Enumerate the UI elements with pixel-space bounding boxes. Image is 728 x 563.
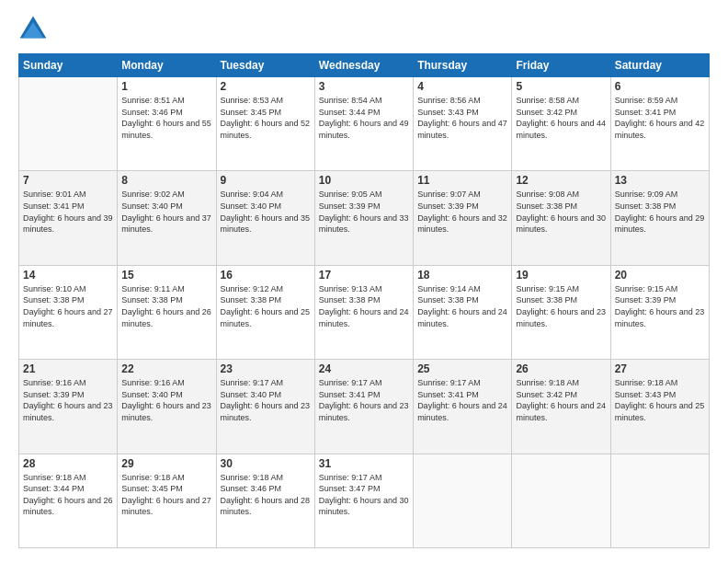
- day-info: Sunrise: 9:15 AMSunset: 3:38 PMDaylight:…: [516, 283, 606, 329]
- day-number: 3: [319, 80, 409, 93]
- weekday-header-tuesday: Tuesday: [216, 54, 314, 77]
- weekday-header-saturday: Saturday: [610, 54, 709, 77]
- day-info: Sunrise: 9:17 AMSunset: 3:41 PMDaylight:…: [417, 377, 507, 423]
- calendar-cell: 19Sunrise: 9:15 AMSunset: 3:38 PMDayligh…: [512, 265, 610, 359]
- calendar-cell: [19, 77, 118, 171]
- week-row-1: 1Sunrise: 8:51 AMSunset: 3:46 PMDaylight…: [19, 77, 710, 171]
- week-row-4: 21Sunrise: 9:16 AMSunset: 3:39 PMDayligh…: [19, 360, 710, 454]
- calendar-cell: 21Sunrise: 9:16 AMSunset: 3:39 PMDayligh…: [19, 360, 118, 454]
- day-info: Sunrise: 9:11 AMSunset: 3:38 PMDaylight:…: [121, 283, 211, 329]
- day-number: 1: [121, 80, 211, 93]
- calendar-cell: 26Sunrise: 9:18 AMSunset: 3:42 PMDayligh…: [512, 360, 610, 454]
- day-info: Sunrise: 9:09 AMSunset: 3:38 PMDaylight:…: [615, 189, 705, 235]
- calendar-cell: 22Sunrise: 9:16 AMSunset: 3:40 PMDayligh…: [118, 360, 216, 454]
- day-info: Sunrise: 9:12 AMSunset: 3:38 PMDaylight:…: [221, 283, 311, 329]
- day-info: Sunrise: 8:59 AMSunset: 3:41 PMDaylight:…: [615, 95, 705, 141]
- day-info: Sunrise: 9:17 AMSunset: 3:41 PMDaylight:…: [319, 377, 409, 423]
- day-number: 2: [221, 80, 311, 93]
- calendar-cell: 15Sunrise: 9:11 AMSunset: 3:38 PMDayligh…: [118, 265, 216, 359]
- day-number: 17: [319, 269, 409, 282]
- day-info: Sunrise: 9:18 AMSunset: 3:46 PMDaylight:…: [221, 472, 311, 518]
- day-info: Sunrise: 8:58 AMSunset: 3:42 PMDaylight:…: [516, 95, 606, 141]
- day-info: Sunrise: 8:56 AMSunset: 3:43 PMDaylight:…: [417, 95, 507, 141]
- day-number: 25: [417, 362, 507, 375]
- calendar-cell: 3Sunrise: 8:54 AMSunset: 3:44 PMDaylight…: [314, 77, 413, 171]
- calendar-cell: 23Sunrise: 9:17 AMSunset: 3:40 PMDayligh…: [216, 360, 314, 454]
- calendar-cell: 31Sunrise: 9:17 AMSunset: 3:47 PMDayligh…: [314, 454, 413, 547]
- day-info: Sunrise: 8:51 AMSunset: 3:46 PMDaylight:…: [121, 95, 211, 141]
- weekday-header-monday: Monday: [118, 54, 216, 77]
- day-info: Sunrise: 9:01 AMSunset: 3:41 PMDaylight:…: [23, 189, 113, 235]
- day-info: Sunrise: 9:18 AMSunset: 3:44 PMDaylight:…: [23, 472, 113, 518]
- day-number: 26: [516, 362, 606, 375]
- calendar-cell: 27Sunrise: 9:18 AMSunset: 3:43 PMDayligh…: [610, 360, 709, 454]
- weekday-header-row: SundayMondayTuesdayWednesdayThursdayFrid…: [19, 54, 710, 77]
- weekday-header-wednesday: Wednesday: [314, 54, 413, 77]
- day-info: Sunrise: 9:18 AMSunset: 3:45 PMDaylight:…: [121, 472, 211, 518]
- day-number: 15: [121, 269, 211, 282]
- calendar-cell: 5Sunrise: 8:58 AMSunset: 3:42 PMDaylight…: [512, 77, 610, 171]
- day-number: 8: [121, 174, 211, 187]
- calendar-cell: 13Sunrise: 9:09 AMSunset: 3:38 PMDayligh…: [610, 171, 709, 265]
- calendar-cell: 17Sunrise: 9:13 AMSunset: 3:38 PMDayligh…: [314, 265, 413, 359]
- day-number: 31: [319, 457, 409, 470]
- header: [18, 15, 710, 44]
- day-number: 22: [121, 362, 211, 375]
- day-info: Sunrise: 9:07 AMSunset: 3:39 PMDaylight:…: [417, 189, 507, 235]
- day-number: 20: [615, 269, 705, 282]
- day-number: 14: [23, 269, 113, 282]
- day-number: 28: [23, 457, 113, 470]
- day-number: 10: [319, 174, 409, 187]
- calendar-cell: 4Sunrise: 8:56 AMSunset: 3:43 PMDaylight…: [414, 77, 512, 171]
- calendar-cell: [512, 454, 610, 547]
- week-row-5: 28Sunrise: 9:18 AMSunset: 3:44 PMDayligh…: [19, 454, 710, 547]
- calendar-cell: 18Sunrise: 9:14 AMSunset: 3:38 PMDayligh…: [414, 265, 512, 359]
- day-number: 12: [516, 174, 606, 187]
- logo: [18, 15, 53, 44]
- weekday-header-thursday: Thursday: [414, 54, 512, 77]
- calendar-cell: 14Sunrise: 9:10 AMSunset: 3:38 PMDayligh…: [19, 265, 118, 359]
- day-info: Sunrise: 9:17 AMSunset: 3:40 PMDaylight:…: [221, 377, 311, 423]
- day-number: 30: [221, 457, 311, 470]
- weekday-header-friday: Friday: [512, 54, 610, 77]
- day-info: Sunrise: 9:08 AMSunset: 3:38 PMDaylight:…: [516, 189, 606, 235]
- day-info: Sunrise: 9:05 AMSunset: 3:39 PMDaylight:…: [319, 189, 409, 235]
- day-number: 16: [221, 269, 311, 282]
- logo-icon: [18, 15, 48, 44]
- day-number: 5: [516, 80, 606, 93]
- day-number: 27: [615, 362, 705, 375]
- calendar-cell: 29Sunrise: 9:18 AMSunset: 3:45 PMDayligh…: [118, 454, 216, 547]
- calendar-cell: 11Sunrise: 9:07 AMSunset: 3:39 PMDayligh…: [414, 171, 512, 265]
- day-number: 18: [417, 269, 507, 282]
- calendar-cell: 2Sunrise: 8:53 AMSunset: 3:45 PMDaylight…: [216, 77, 314, 171]
- day-info: Sunrise: 9:18 AMSunset: 3:42 PMDaylight:…: [516, 377, 606, 423]
- calendar-cell: 28Sunrise: 9:18 AMSunset: 3:44 PMDayligh…: [19, 454, 118, 547]
- calendar-cell: 30Sunrise: 9:18 AMSunset: 3:46 PMDayligh…: [216, 454, 314, 547]
- calendar-cell: [610, 454, 709, 547]
- calendar-cell: 24Sunrise: 9:17 AMSunset: 3:41 PMDayligh…: [314, 360, 413, 454]
- calendar-cell: [414, 454, 512, 547]
- day-number: 9: [221, 174, 311, 187]
- day-number: 7: [23, 174, 113, 187]
- day-number: 23: [221, 362, 311, 375]
- day-info: Sunrise: 9:02 AMSunset: 3:40 PMDaylight:…: [121, 189, 211, 235]
- day-info: Sunrise: 9:16 AMSunset: 3:40 PMDaylight:…: [121, 377, 211, 423]
- calendar-cell: 8Sunrise: 9:02 AMSunset: 3:40 PMDaylight…: [118, 171, 216, 265]
- day-number: 13: [615, 174, 705, 187]
- calendar-cell: 10Sunrise: 9:05 AMSunset: 3:39 PMDayligh…: [314, 171, 413, 265]
- weekday-header-sunday: Sunday: [19, 54, 118, 77]
- calendar-cell: 16Sunrise: 9:12 AMSunset: 3:38 PMDayligh…: [216, 265, 314, 359]
- day-info: Sunrise: 8:54 AMSunset: 3:44 PMDaylight:…: [319, 95, 409, 141]
- page: SundayMondayTuesdayWednesdayThursdayFrid…: [0, 0, 728, 563]
- calendar-cell: 9Sunrise: 9:04 AMSunset: 3:40 PMDaylight…: [216, 171, 314, 265]
- calendar-table: SundayMondayTuesdayWednesdayThursdayFrid…: [18, 53, 710, 548]
- day-number: 29: [121, 457, 211, 470]
- week-row-2: 7Sunrise: 9:01 AMSunset: 3:41 PMDaylight…: [19, 171, 710, 265]
- week-row-3: 14Sunrise: 9:10 AMSunset: 3:38 PMDayligh…: [19, 265, 710, 359]
- calendar-cell: 1Sunrise: 8:51 AMSunset: 3:46 PMDaylight…: [118, 77, 216, 171]
- day-number: 6: [615, 80, 705, 93]
- day-info: Sunrise: 9:04 AMSunset: 3:40 PMDaylight:…: [221, 189, 311, 235]
- day-number: 21: [23, 362, 113, 375]
- day-info: Sunrise: 9:16 AMSunset: 3:39 PMDaylight:…: [23, 377, 113, 423]
- calendar-cell: 20Sunrise: 9:15 AMSunset: 3:39 PMDayligh…: [610, 265, 709, 359]
